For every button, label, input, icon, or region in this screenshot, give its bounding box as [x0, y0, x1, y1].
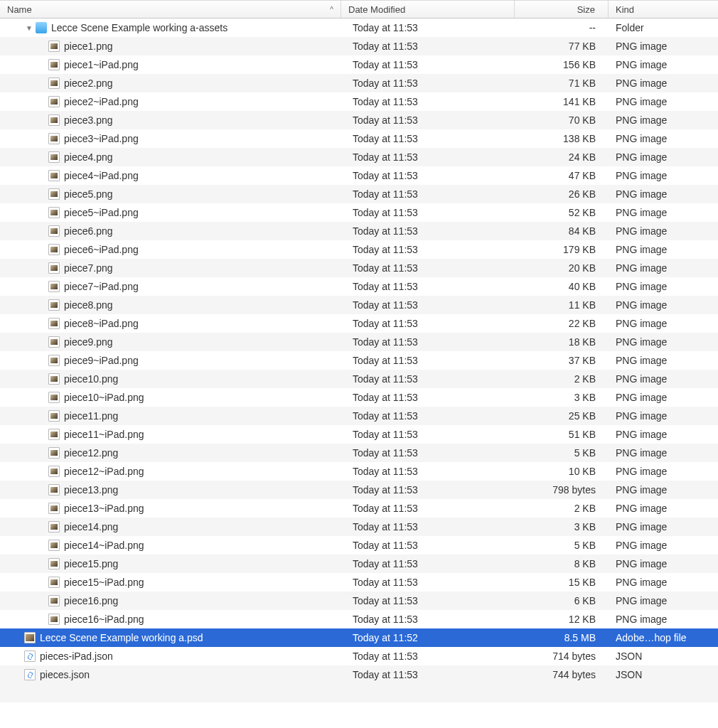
file-name: piece10~iPad.png [64, 392, 144, 403]
cell-name[interactable]: piece14.png [0, 521, 341, 532]
cell-kind: PNG image [609, 595, 718, 606]
cell-name[interactable]: piece13~iPad.png [0, 503, 341, 514]
cell-name[interactable]: piece15.png [0, 558, 341, 569]
cell-name[interactable]: piece8.png [0, 299, 341, 311]
cell-name[interactable]: piece7~iPad.png [0, 281, 341, 292]
table-row[interactable]: piece5~iPad.pngToday at 11:5352 KBPNG im… [0, 203, 718, 222]
table-row[interactable]: piece9.pngToday at 11:5318 KBPNG image [0, 333, 718, 351]
table-row[interactable]: piece13.pngToday at 11:53798 bytesPNG im… [0, 481, 718, 499]
image-file-icon [48, 96, 60, 107]
table-row[interactable]: piece4~iPad.pngToday at 11:5347 KBPNG im… [0, 166, 718, 185]
table-row[interactable]: pieces.jsonToday at 11:53744 bytesJSON [0, 665, 718, 684]
cell-name[interactable]: piece1~iPad.png [0, 59, 341, 70]
table-row[interactable]: piece12~iPad.pngToday at 11:5310 KBPNG i… [0, 462, 718, 481]
table-row[interactable]: piece14~iPad.pngToday at 11:535 KBPNG im… [0, 536, 718, 555]
cell-name[interactable]: piece6~iPad.png [0, 244, 341, 255]
cell-name[interactable]: piece12~iPad.png [0, 466, 341, 477]
table-row[interactable]: piece1~iPad.pngToday at 11:53156 KBPNG i… [0, 55, 718, 74]
cell-name[interactable]: piece4.png [0, 151, 341, 163]
cell-name[interactable]: piece2~iPad.png [0, 96, 341, 107]
cell-name[interactable]: piece3.png [0, 114, 341, 126]
cell-name[interactable]: piece9.png [0, 336, 341, 348]
table-row[interactable]: Lecce Scene Example working a.psdToday a… [0, 628, 718, 647]
cell-name[interactable]: piece4~iPad.png [0, 170, 341, 181]
table-row[interactable]: piece1.pngToday at 11:5377 KBPNG image [0, 37, 718, 55]
disclosure-triangle-icon[interactable]: ▼ [24, 24, 34, 32]
cell-name[interactable]: piece2.png [0, 77, 341, 89]
column-header-date[interactable]: Date Modified [341, 1, 515, 18]
cell-date-modified: Today at 11:53 [341, 170, 515, 181]
table-row[interactable]: piece7.pngToday at 11:5320 KBPNG image [0, 259, 718, 277]
cell-name[interactable]: piece10.png [0, 373, 341, 385]
cell-name[interactable]: piece1.png [0, 41, 341, 52]
file-name: piece13~iPad.png [64, 503, 144, 514]
cell-name[interactable]: piece6.png [0, 225, 341, 237]
table-row[interactable]: piece10~iPad.pngToday at 11:533 KBPNG im… [0, 388, 718, 407]
table-row[interactable]: ▼Lecce Scene Example working a-assetsTod… [0, 18, 718, 37]
table-row[interactable]: piece7~iPad.pngToday at 11:5340 KBPNG im… [0, 277, 718, 296]
cell-name[interactable]: pieces.json [0, 669, 341, 680]
cell-kind: PNG image [609, 262, 718, 274]
cell-name[interactable]: piece14~iPad.png [0, 540, 341, 551]
table-row[interactable]: piece8.pngToday at 11:5311 KBPNG image [0, 296, 718, 314]
cell-name[interactable]: piece5~iPad.png [0, 207, 341, 218]
table-row[interactable]: piece15.pngToday at 11:538 KBPNG image [0, 555, 718, 573]
cell-name[interactable]: pieces-iPad.json [0, 651, 341, 662]
table-row[interactable]: piece6~iPad.pngToday at 11:53179 KBPNG i… [0, 240, 718, 259]
cell-name[interactable]: piece9~iPad.png [0, 355, 341, 366]
cell-date-modified: Today at 11:53 [341, 355, 515, 366]
column-header-size[interactable]: Size [515, 1, 609, 18]
cell-name[interactable]: piece11.png [0, 410, 341, 422]
table-row[interactable]: piece5.pngToday at 11:5326 KBPNG image [0, 185, 718, 203]
cell-name[interactable]: piece8~iPad.png [0, 318, 341, 329]
cell-name[interactable]: piece15~iPad.png [0, 577, 341, 588]
cell-name[interactable]: piece16~iPad.png [0, 614, 341, 625]
cell-size: 8.5 MB [515, 632, 609, 643]
cell-name[interactable]: Lecce Scene Example working a.psd [0, 632, 341, 643]
cell-kind: JSON [609, 669, 718, 680]
cell-date-modified: Today at 11:53 [341, 188, 515, 200]
cell-name[interactable]: piece12.png [0, 447, 341, 459]
table-row[interactable]: piece6.pngToday at 11:5384 KBPNG image [0, 222, 718, 240]
file-name: piece13.png [64, 484, 118, 496]
cell-date-modified: Today at 11:53 [341, 336, 515, 348]
image-file-icon [48, 614, 60, 625]
table-row[interactable]: piece15~iPad.pngToday at 11:5315 KBPNG i… [0, 573, 718, 592]
cell-date-modified: Today at 11:53 [341, 96, 515, 107]
table-row[interactable]: piece9~iPad.pngToday at 11:5337 KBPNG im… [0, 351, 718, 370]
file-name: piece16~iPad.png [64, 614, 144, 625]
cell-name[interactable]: ▼Lecce Scene Example working a-assets [0, 22, 341, 33]
cell-name[interactable]: piece7.png [0, 262, 341, 274]
cell-name[interactable]: piece16.png [0, 595, 341, 606]
cell-name[interactable]: piece3~iPad.png [0, 133, 341, 144]
cell-date-modified: Today at 11:53 [341, 521, 515, 532]
cell-name[interactable]: piece13.png [0, 484, 341, 496]
table-row[interactable]: piece13~iPad.pngToday at 11:532 KBPNG im… [0, 499, 718, 518]
table-row[interactable]: piece3.pngToday at 11:5370 KBPNG image [0, 111, 718, 129]
table-row[interactable]: piece14.pngToday at 11:533 KBPNG image [0, 518, 718, 536]
table-row[interactable]: piece3~iPad.pngToday at 11:53138 KBPNG i… [0, 129, 718, 148]
file-name: piece3~iPad.png [64, 133, 139, 144]
table-row[interactable]: piece11.pngToday at 11:5325 KBPNG image [0, 407, 718, 425]
cell-kind: PNG image [609, 133, 718, 144]
cell-name[interactable]: piece10~iPad.png [0, 392, 341, 403]
cell-name[interactable]: piece5.png [0, 188, 341, 200]
cell-name[interactable]: piece11~iPad.png [0, 429, 341, 440]
table-row[interactable]: piece8~iPad.pngToday at 11:5322 KBPNG im… [0, 314, 718, 333]
column-header-kind[interactable]: Kind [609, 1, 718, 18]
table-row[interactable]: piece10.pngToday at 11:532 KBPNG image [0, 370, 718, 388]
column-header-name[interactable]: Name ^ [0, 1, 341, 18]
table-row[interactable]: piece12.pngToday at 11:535 KBPNG image [0, 444, 718, 462]
table-row[interactable]: piece2.pngToday at 11:5371 KBPNG image [0, 74, 718, 92]
table-row[interactable]: piece16.pngToday at 11:536 KBPNG image [0, 592, 718, 610]
image-file-icon [48, 466, 60, 477]
table-row[interactable]: piece2~iPad.pngToday at 11:53141 KBPNG i… [0, 92, 718, 111]
cell-kind: PNG image [609, 336, 718, 348]
table-row[interactable]: piece11~iPad.pngToday at 11:5351 KBPNG i… [0, 425, 718, 444]
cell-kind: PNG image [609, 540, 718, 551]
table-row[interactable]: piece16~iPad.pngToday at 11:5312 KBPNG i… [0, 610, 718, 628]
table-row[interactable]: piece4.pngToday at 11:5324 KBPNG image [0, 148, 718, 166]
cell-kind: PNG image [609, 318, 718, 329]
table-row[interactable]: pieces-iPad.jsonToday at 11:53714 bytesJ… [0, 647, 718, 665]
sort-ascending-icon: ^ [330, 6, 333, 14]
